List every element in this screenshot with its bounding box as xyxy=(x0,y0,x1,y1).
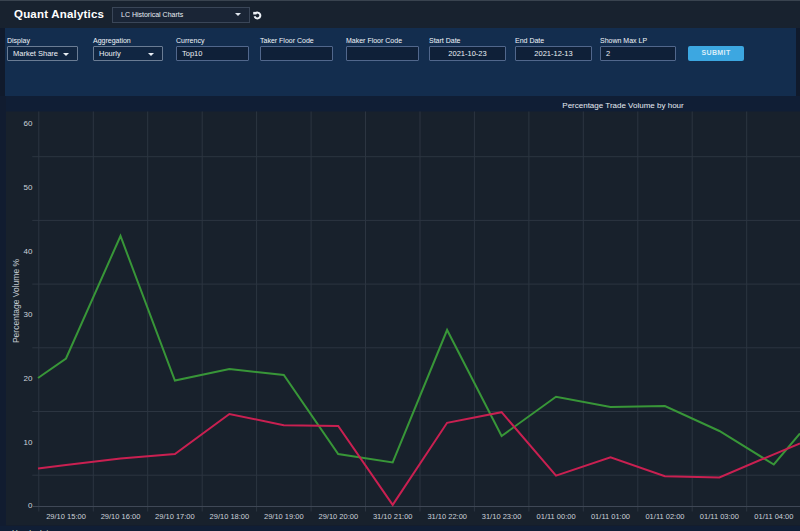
svg-text:29/10 16:00: 29/10 16:00 xyxy=(101,512,141,521)
svg-text:01/11 02:00: 01/11 02:00 xyxy=(645,512,684,521)
svg-text:29/10 19:00: 29/10 19:00 xyxy=(264,512,304,521)
svg-text:29/10 18:00: 29/10 18:00 xyxy=(210,512,250,521)
svg-text:31/10 23:00: 31/10 23:00 xyxy=(482,512,522,521)
svg-text:31/10 22:00: 31/10 22:00 xyxy=(427,512,467,521)
svg-text:30: 30 xyxy=(24,310,33,319)
svg-text:50: 50 xyxy=(24,183,33,192)
svg-text:40: 40 xyxy=(24,247,33,256)
svg-text:10: 10 xyxy=(24,438,33,447)
svg-text:60: 60 xyxy=(24,119,33,128)
svg-text:01/11 04:00: 01/11 04:00 xyxy=(754,512,793,521)
svg-text:01/11 01:00: 01/11 01:00 xyxy=(591,512,630,521)
svg-text:29/10 17:00: 29/10 17:00 xyxy=(155,512,195,521)
svg-text:0: 0 xyxy=(28,501,33,510)
svg-text:Percentage Volume %: Percentage Volume % xyxy=(11,259,21,344)
svg-text:29/10 20:00: 29/10 20:00 xyxy=(318,512,358,521)
svg-text:20: 20 xyxy=(24,374,33,383)
svg-text:01/11 00:00: 01/11 00:00 xyxy=(537,512,576,521)
svg-text:01/11 03:00: 01/11 03:00 xyxy=(700,512,739,521)
svg-text:29/10 15:00: 29/10 15:00 xyxy=(46,512,86,521)
svg-text:31/10 21:00: 31/10 21:00 xyxy=(373,512,413,521)
